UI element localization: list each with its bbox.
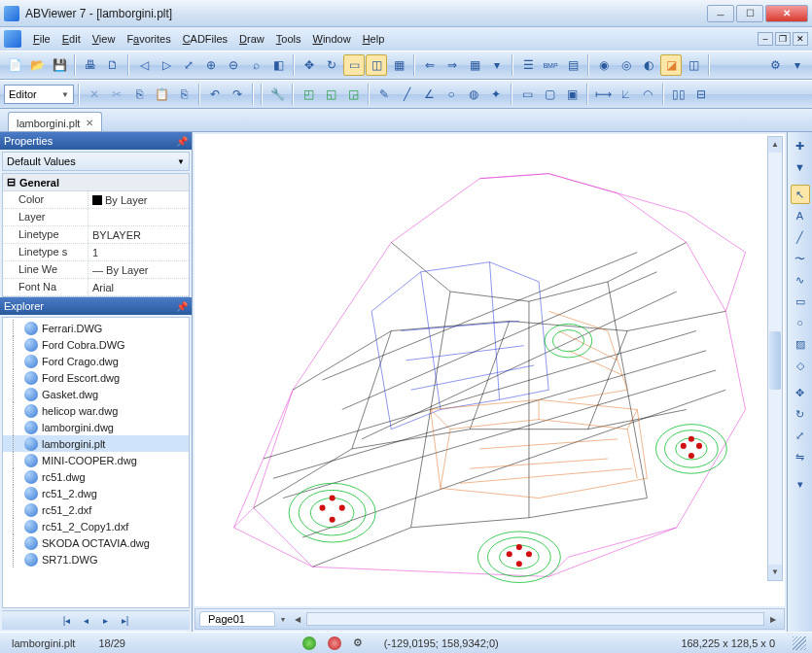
text-icon[interactable]: A [791,206,810,225]
nav-next-icon[interactable]: ▷ [156,54,177,76]
draw-fill-icon[interactable]: ◍ [463,84,484,105]
copy-icon[interactable]: ⎘ [128,84,150,105]
box2-icon[interactable]: ▣ [561,84,583,105]
menu-favorites[interactable]: Favorites [121,31,176,47]
draw-line-icon[interactable]: ╱ [396,84,417,105]
menu-cadfiles[interactable]: CADFiles [177,31,233,47]
mirror-icon[interactable]: ⇋ [791,447,810,466]
editor-combo[interactable]: Editor ▼ [4,85,74,104]
mdi-restore[interactable]: ❐ [775,32,791,46]
file-item[interactable]: lamborgini.plt [3,435,189,452]
align-right-icon[interactable]: ◲ [342,84,364,105]
move-icon[interactable]: ✥ [791,383,810,402]
render-shaded-icon[interactable]: ◪ [660,54,682,76]
file-item[interactable]: SKODA OCTAVIA.dwg [3,534,189,551]
prop-value[interactable]: Arial [88,279,189,295]
nav-next-icon[interactable]: ▸ [98,615,114,626]
file-item[interactable]: Ford Cobra.DWG [3,336,189,353]
nav-prev-icon[interactable]: ◁ [133,54,155,76]
draw-pen-icon[interactable]: ✎ [373,84,395,105]
bmp-icon[interactable]: BMP [540,54,561,76]
prop-value[interactable]: By Layer [88,191,189,208]
render-hidden-icon[interactable]: ◐ [638,54,659,76]
point-icon[interactable]: ◇ [791,356,810,375]
horizontal-scrollbar[interactable]: ◀ ▶ [291,612,780,626]
prop-row[interactable]: ColorBy Layer [3,191,189,209]
status-gear-icon[interactable]: ⚙ [353,636,367,650]
scroll-down-icon[interactable]: ▼ [768,565,782,580]
scale-icon[interactable]: ⤢ [791,426,810,445]
menu-view[interactable]: View [87,31,122,47]
scroll-left-icon[interactable]: ◀ [291,615,304,624]
thumb-icon[interactable]: ▦ [388,54,409,76]
arrow-right-icon[interactable]: ⇒ [441,54,463,76]
view-mode-icon[interactable]: ◫ [366,54,387,76]
prop-row[interactable]: Font NaArial [3,279,189,296]
page-tab[interactable]: Page01 [199,611,275,627]
prop-row[interactable]: Line We— By Layer [3,261,189,279]
box-icon[interactable]: ▢ [539,84,560,105]
explorer-header[interactable]: Explorer 📌 [0,297,192,315]
pan-icon[interactable]: ✥ [299,54,320,76]
drawing-canvas[interactable]: ▲ ▼ [194,134,785,606]
dim-angle-icon[interactable]: ⟀ [615,84,636,105]
layers-icon[interactable]: ☰ [517,54,539,76]
cursor-icon[interactable]: ↖ [791,185,810,204]
menu-window[interactable]: Window [306,31,356,47]
spline-icon[interactable]: ∿ [791,270,810,290]
split-v-icon[interactable]: ⊟ [690,84,712,105]
nav-first-icon[interactable]: |◂ [59,615,75,626]
line-tool-icon[interactable]: ╱ [791,227,810,247]
file-item[interactable]: helicop war.dwg [3,402,189,419]
prop-row[interactable]: LinetypeBYLAYER [3,226,189,244]
rotate-icon[interactable]: ↻ [321,54,342,76]
properties-preset-combo[interactable]: Default Values ▼ [2,152,190,171]
arrow-left-icon[interactable]: ⇐ [419,54,441,76]
prop-value[interactable] [88,209,189,225]
save-icon[interactable]: 💾 [49,54,70,76]
tab-close-icon[interactable]: ✕ [86,118,93,128]
nav-last-icon[interactable]: ▸| [118,615,133,626]
cut-icon[interactable]: ✂ [106,84,127,105]
file-item[interactable]: rc51_2.dxf [3,501,189,518]
more-icon[interactable]: ▾ [791,474,810,494]
dim-arc-icon[interactable]: ◠ [637,84,658,105]
open-icon[interactable]: 📂 [26,54,48,76]
file-item[interactable]: Ford Escort.dwg [3,369,189,386]
pin-icon[interactable]: 📌 [176,136,188,147]
circle-tool-icon[interactable]: ○ [791,313,810,332]
zoom-extents-icon[interactable]: ◧ [267,54,289,76]
file-tree[interactable]: Ferrari.DWGFord Cobra.DWGFord Crago.dwgF… [2,317,190,608]
file-item[interactable]: rc51_2.dwg [3,485,189,501]
nav-prev-icon[interactable]: ◂ [79,615,94,626]
resize-grip[interactable] [793,636,806,650]
plus-icon[interactable]: ✚ [791,136,810,155]
pin-icon[interactable]: 📌 [176,301,188,312]
doc-tab[interactable]: lamborgini.plt ✕ [8,112,102,131]
zoom-window-icon[interactable]: ⤢ [178,54,199,76]
maximize-button[interactable] [736,5,763,22]
select-icon[interactable]: ▭ [343,54,365,76]
menu-edit[interactable]: Edit [56,31,87,47]
page-dd-icon[interactable]: ▾ [281,615,285,624]
settings-icon[interactable]: ⚙ [764,54,786,76]
close-button[interactable] [765,5,808,22]
grid-icon[interactable]: ▦ [464,54,485,76]
menu-file[interactable]: File [27,31,56,47]
prop-row[interactable]: Linetype s1 [3,244,189,261]
prop-value[interactable]: 1 [88,244,189,260]
copy2-icon[interactable]: ⎘ [173,84,194,105]
new-icon[interactable]: 📄 [4,54,25,76]
paste-icon[interactable]: 📋 [151,84,172,105]
vertical-scrollbar[interactable]: ▲ ▼ [767,136,783,581]
menu-help[interactable]: Help [357,31,391,47]
prop-row[interactable]: Layer [3,209,189,226]
scroll-thumb[interactable] [769,331,781,390]
hscroll-track[interactable] [306,612,764,626]
dim-linear-icon[interactable]: ⟼ [592,84,614,105]
file-item[interactable]: SR71.DWG [3,551,189,567]
polyline-icon[interactable]: 〜 [791,249,810,268]
file-item[interactable]: rc51.dwg [3,468,189,485]
mdi-close[interactable]: ✕ [793,32,808,46]
rect-icon[interactable]: ▭ [791,292,810,311]
